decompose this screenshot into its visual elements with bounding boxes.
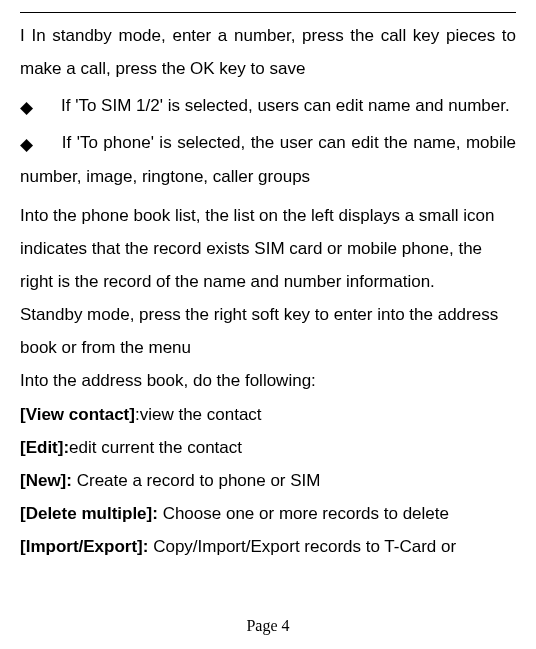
intro-paragraph: I In standby mode, enter a number, press…	[20, 19, 516, 85]
page-content: I In standby mode, enter a number, press…	[20, 12, 516, 602]
paragraph-list-info: Into the phone book list, the list on th…	[20, 199, 516, 298]
page-footer: Page 4	[0, 610, 536, 641]
bullet-text-2: If 'To phone' is selected, the user can …	[20, 133, 516, 185]
item-desc: edit current the contact	[69, 438, 242, 457]
bullet-text-1: If 'To SIM 1/2' is selected, users can e…	[61, 96, 510, 115]
item-desc: view the contact	[140, 405, 262, 424]
item-delete-multiple: [Delete multiple]: Choose one or more re…	[20, 497, 516, 530]
item-edit: [Edit]:edit current the contact	[20, 431, 516, 464]
paragraph-into: Into the address book, do the following:	[20, 364, 516, 397]
item-import-export: [Import/Export]: Copy/Import/Export reco…	[20, 530, 516, 563]
item-new: [New]: Create a record to phone or SIM	[20, 464, 516, 497]
bullet-item-2: ◆If 'To phone' is selected, the user can…	[20, 126, 516, 192]
diamond-bullet-icon: ◆	[20, 98, 33, 117]
item-view-contact: [View contact]:view the contact	[20, 398, 516, 431]
item-label: [New]:	[20, 471, 72, 490]
item-desc: Copy/Import/Export records to T-Card or	[153, 537, 456, 556]
paragraph-standby: Standby mode, press the right soft key t…	[20, 298, 516, 364]
item-label: [View contact]	[20, 405, 135, 424]
item-label: [Edit]:	[20, 438, 69, 457]
item-label: [Import/Export]:	[20, 537, 148, 556]
top-rule	[20, 12, 516, 13]
item-desc: Create a record to phone or SIM	[77, 471, 321, 490]
item-label: [Delete multiple]:	[20, 504, 158, 523]
item-desc: Choose one or more records to delete	[163, 504, 449, 523]
bullet-item-1: ◆If 'To SIM 1/2' is selected, users can …	[20, 89, 516, 122]
diamond-bullet-icon: ◆	[20, 135, 34, 154]
